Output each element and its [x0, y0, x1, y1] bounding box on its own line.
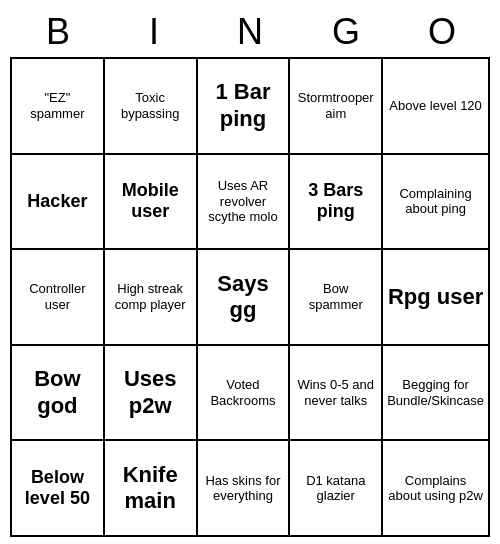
bingo-cell-6: Mobile user	[105, 155, 198, 251]
header-letter-G: G	[302, 11, 390, 53]
bingo-grid: "EZ" spammerToxic bypassing1 Bar pingSto…	[10, 57, 490, 537]
header-letter-N: N	[206, 11, 294, 53]
bingo-cell-11: High streak comp player	[105, 250, 198, 346]
bingo-cell-15: Bow god	[12, 346, 105, 442]
bingo-cell-12: Says gg	[198, 250, 291, 346]
header-letter-O: O	[398, 11, 486, 53]
bingo-cell-7: Uses AR revolver scythe molo	[198, 155, 291, 251]
header-letter-I: I	[110, 11, 198, 53]
bingo-cell-2: 1 Bar ping	[198, 59, 291, 155]
bingo-cell-0: "EZ" spammer	[12, 59, 105, 155]
bingo-cell-22: Has skins for everything	[198, 441, 291, 537]
bingo-cell-3: Stormtrooper aim	[290, 59, 383, 155]
bingo-cell-14: Rpg user	[383, 250, 490, 346]
bingo-cell-10: Controller user	[12, 250, 105, 346]
header-letter-B: B	[14, 11, 102, 53]
bingo-cell-8: 3 Bars ping	[290, 155, 383, 251]
bingo-cell-4: Above level 120	[383, 59, 490, 155]
bingo-cell-18: Wins 0-5 and never talks	[290, 346, 383, 442]
bingo-cell-20: Below level 50	[12, 441, 105, 537]
bingo-cell-23: D1 katana glazier	[290, 441, 383, 537]
bingo-cell-16: Uses p2w	[105, 346, 198, 442]
bingo-cell-19: Begging for Bundle/Skincase	[383, 346, 490, 442]
bingo-cell-24: Complains about using p2w	[383, 441, 490, 537]
bingo-cell-1: Toxic bypassing	[105, 59, 198, 155]
bingo-cell-9: Complaining about ping	[383, 155, 490, 251]
bingo-card: BINGO "EZ" spammerToxic bypassing1 Bar p…	[10, 7, 490, 537]
bingo-cell-5: Hacker	[12, 155, 105, 251]
bingo-cell-13: Bow spammer	[290, 250, 383, 346]
bingo-cell-21: Knife main	[105, 441, 198, 537]
bingo-cell-17: Voted Backrooms	[198, 346, 291, 442]
bingo-header: BINGO	[10, 7, 490, 57]
